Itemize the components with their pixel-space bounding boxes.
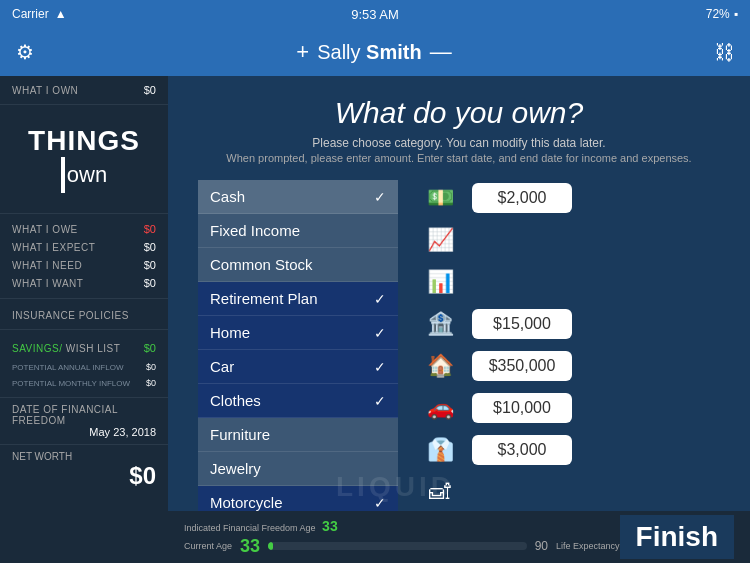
category-label: Furniture [210, 426, 270, 443]
remove-button[interactable]: — [430, 39, 452, 65]
gear-icon[interactable]: ⚙ [16, 40, 34, 64]
category-item[interactable]: Home✓ [198, 316, 398, 350]
finish-button[interactable]: Finish [620, 515, 734, 559]
what-i-want-label: WHAT I WANT [12, 278, 83, 289]
category-item[interactable]: Cash✓ [198, 180, 398, 214]
savings-value: $0 [144, 342, 156, 354]
value-row: 👔$3,000 [418, 432, 720, 468]
what-i-expect-row: WHAT I EXPECT $0 [12, 238, 156, 256]
category-icon: 👔 [418, 432, 462, 468]
sidebar-date: DATE OF FINANCIAL FREEDOM May 23, 2018 [0, 397, 168, 444]
age-progress-bar [268, 542, 527, 550]
category-label: Common Stock [210, 256, 313, 273]
wifi-icon: ▲ [55, 7, 67, 21]
category-label: Cash [210, 188, 245, 205]
status-bar-time: 9:53 AM [351, 7, 399, 22]
sidebar-savings: SAVINGS/ WISH LIST $0 POTENTIAL ANNUAL I… [0, 329, 168, 397]
age-bar-fill [268, 542, 273, 550]
savings-label: SAVINGS/ [12, 343, 63, 354]
value-amount[interactable]: $2,000 [472, 183, 572, 213]
brand-things: THINGS [16, 125, 152, 157]
sidebar-brand: THINGS own [0, 105, 168, 213]
brand-bar [61, 157, 65, 193]
checkmark-icon: ✓ [374, 359, 386, 375]
category-item[interactable]: Car✓ [198, 350, 398, 384]
indicated-label-text: Indicated Financial Freedom Age [184, 523, 316, 533]
last-name: Smith [366, 41, 422, 63]
nav-bar-center: + Sally Smith — [296, 39, 451, 65]
what-i-want-value: $0 [144, 277, 156, 289]
net-worth-section: NET WORTH $0 [0, 444, 168, 496]
category-list: Cash✓Fixed IncomeCommon StockRetirement … [198, 180, 398, 563]
category-item[interactable]: Common Stock [198, 248, 398, 282]
category-item[interactable]: Furniture [198, 418, 398, 452]
category-item[interactable]: Retirement Plan✓ [198, 282, 398, 316]
what-i-own-label: WHAT I OWN [12, 85, 78, 96]
category-icon: 🚗 [418, 390, 462, 426]
modal-subtitle: Please choose category. You can modify t… [198, 136, 720, 150]
annual-inflow-row: POTENTIAL ANNUAL INFLOW $0 [12, 359, 156, 375]
what-i-want-row: WHAT I WANT $0 [12, 274, 156, 292]
age-bar-row: Current Age 33 90 Life Expectancy [184, 536, 620, 557]
add-button[interactable]: + [296, 39, 309, 65]
liquid-watermark: LIQUID [336, 471, 455, 503]
life-expectancy: 90 [535, 539, 548, 553]
category-icon: 💵 [418, 180, 462, 216]
value-row: 🏦$15,000 [418, 306, 720, 342]
indicated-age: 33 [322, 518, 338, 534]
category-item[interactable]: Fixed Income [198, 214, 398, 248]
annual-inflow-label: POTENTIAL ANNUAL INFLOW [12, 363, 123, 372]
what-i-expect-value: $0 [144, 241, 156, 253]
what-i-owe-row: WHAT I OWE $0 [12, 220, 156, 238]
category-label: Retirement Plan [210, 290, 318, 307]
checkmark-icon: ✓ [374, 325, 386, 341]
category-label: Car [210, 358, 234, 375]
value-row: 📊 [418, 264, 720, 300]
brand-own: own [67, 162, 107, 188]
category-label: Clothes [210, 392, 261, 409]
main-layout: WHAT I OWN $0 THINGS own WHAT I OWE $0 W… [0, 76, 750, 563]
category-label: Jewelry [210, 460, 261, 477]
value-row: 📈 [418, 222, 720, 258]
what-i-owe-label: WHAT I OWE [12, 224, 78, 235]
current-age: 33 [240, 536, 260, 557]
what-i-need-row: WHAT I NEED $0 [12, 256, 156, 274]
value-amount[interactable]: $3,000 [472, 435, 572, 465]
what-i-owe-value: $0 [144, 223, 156, 235]
status-bar-left: Carrier ▲ [12, 7, 67, 21]
category-label: Fixed Income [210, 222, 300, 239]
insurance-label: INSURANCE POLICIES [12, 306, 129, 323]
user-name: Sally Smith [317, 41, 421, 64]
net-worth-label: NET WORTH [12, 451, 156, 462]
category-label: Motorcycle [210, 494, 283, 511]
indicated-label: Indicated Financial Freedom Age 33 [184, 518, 620, 534]
content-area: What do you own? Please choose category.… [168, 76, 750, 563]
sidebar-financials: WHAT I OWE $0 WHAT I EXPECT $0 WHAT I NE… [0, 213, 168, 298]
current-age-label: Current Age [184, 541, 232, 551]
value-amount[interactable]: $350,000 [472, 351, 572, 381]
first-name: Sally [317, 41, 360, 63]
value-row: 🛋 [418, 474, 720, 510]
category-icon: 🏦 [418, 306, 462, 342]
link-icon[interactable]: ⛓ [714, 41, 734, 64]
net-worth-value: $0 [12, 462, 156, 490]
value-amount[interactable]: $15,000 [472, 309, 572, 339]
category-item[interactable]: Clothes✓ [198, 384, 398, 418]
value-amount[interactable]: $10,000 [472, 393, 572, 423]
what-i-need-value: $0 [144, 259, 156, 271]
date-freedom-value: May 23, 2018 [12, 426, 156, 438]
monthly-inflow-label: POTENTIAL MONTHLY INFLOW [12, 379, 130, 388]
wishlist-label: WISH LIST [66, 343, 121, 354]
what-i-own-value: $0 [144, 84, 156, 96]
date-freedom-label: DATE OF FINANCIAL FREEDOM [12, 404, 156, 426]
sidebar-insurance: INSURANCE POLICIES [0, 298, 168, 329]
value-row: 🏠$350,000 [418, 348, 720, 384]
savings-row: SAVINGS/ WISH LIST $0 [12, 336, 156, 359]
what-i-need-label: WHAT I NEED [12, 260, 82, 271]
what-i-expect-label: WHAT I EXPECT [12, 242, 95, 253]
modal-subtitle2: When prompted, please enter amount. Ente… [198, 152, 720, 164]
age-section: Indicated Financial Freedom Age 33 Curre… [184, 518, 620, 557]
sidebar: WHAT I OWN $0 THINGS own WHAT I OWE $0 W… [0, 76, 168, 563]
brand-own-row: own [16, 157, 152, 193]
category-icon: 📊 [418, 264, 462, 300]
